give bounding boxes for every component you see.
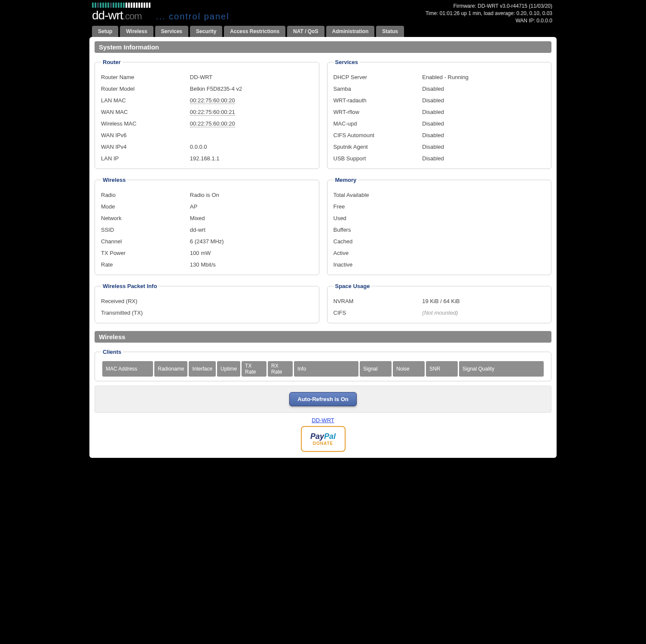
tab-administration[interactable]: Administration — [326, 26, 375, 37]
wireless-row: ModeAP — [101, 201, 313, 212]
services-row: CIFS AutomountDisabled — [334, 129, 545, 141]
logo-subtitle: ... control panel — [156, 12, 230, 21]
footer-bar: Auto-Refresh is On — [95, 386, 551, 413]
router-value: 192.168.1.1 — [190, 155, 313, 162]
clients-header-uptime[interactable]: Uptime — [217, 361, 240, 377]
clients-header-signal[interactable]: Signal — [360, 361, 392, 377]
clients-header-interface[interactable]: Interface — [189, 361, 216, 377]
wireless-row: RadioRadio is On — [101, 189, 313, 201]
router-row: Router NameDD-WRT — [101, 71, 313, 83]
tab-services[interactable]: Services — [155, 26, 188, 37]
memory-fieldset: MemoryTotal AvailableFreeUsedBuffersCach… — [327, 177, 552, 275]
wireless-key: Radio — [101, 192, 190, 198]
paypal-logo: PayPal — [310, 432, 336, 440]
packet-value — [190, 298, 313, 304]
memory-value — [422, 203, 545, 210]
tab-status[interactable]: Status — [376, 26, 404, 37]
wireless-row: Channel6 (2437 MHz) — [101, 236, 313, 247]
services-key: MAC-upd — [334, 120, 423, 127]
logo-ticks — [92, 3, 230, 8]
router-value: 00:22:75:60:00:21 — [190, 109, 313, 115]
main-tabs: SetupWirelessServicesSecurityAccess Rest… — [88, 26, 558, 37]
packet-fieldset: Wireless Packet InfoReceived (RX)Transmi… — [95, 283, 319, 323]
memory-key: Inactive — [334, 261, 423, 268]
time-line: Time: 01:01:26 up 1 min, load average: 0… — [426, 10, 552, 17]
packet-key: Received (RX) — [101, 298, 190, 304]
wireless-value: 6 (2437 MHz) — [190, 238, 313, 245]
tab-access-restrictions[interactable]: Access Restrictions — [224, 26, 285, 37]
router-key: Wireless MAC — [101, 120, 190, 127]
services-value: Enabled - Running — [422, 74, 545, 80]
memory-row: Inactive — [334, 259, 545, 270]
ddwrt-link[interactable]: DD-WRT — [312, 417, 334, 423]
packet-row: Received (RX) — [101, 295, 313, 307]
wireless-key: Mode — [101, 203, 190, 210]
tab-nat-qos[interactable]: NAT / QoS — [287, 26, 324, 37]
firmware-line: Firmware: DD-WRT v3.0-r44715 (11/03/20) — [426, 3, 552, 10]
router-key: LAN IP — [101, 155, 190, 162]
services-value: Disabled — [422, 132, 545, 138]
services-row: SambaDisabled — [334, 83, 545, 95]
logo-text: dd-wrt.com — [92, 9, 141, 22]
clients-header-info[interactable]: Info — [294, 361, 358, 377]
services-row: WRT-rflowDisabled — [334, 106, 545, 118]
wireless-key: Channel — [101, 238, 190, 245]
services-key: Sputnik Agent — [334, 144, 423, 150]
memory-row: Active — [334, 247, 545, 259]
services-fieldset: ServicesDHCP ServerEnabled - RunningSamb… — [327, 59, 552, 169]
router-key: WAN MAC — [101, 109, 190, 115]
router-row: WAN IPv6 — [101, 129, 313, 141]
clients-table: MAC AddressRadionameInterfaceUptimeTX Ra… — [101, 361, 545, 377]
tab-security[interactable]: Security — [190, 26, 222, 37]
router-key: Router Model — [101, 86, 190, 92]
wireless-value: dd-wrt — [190, 227, 313, 233]
router-key: WAN IPv4 — [101, 144, 190, 150]
router-value — [190, 132, 313, 138]
clients-header-noise[interactable]: Noise — [393, 361, 425, 377]
services-value: Disabled — [422, 144, 545, 150]
services-row: WRT-radauthDisabled — [334, 95, 545, 106]
clients-header-tx-rate[interactable]: TX Rate — [242, 361, 266, 377]
router-row: WAN IPv40.0.0.0 — [101, 141, 313, 153]
router-row: LAN IP192.168.1.1 — [101, 153, 313, 164]
wireless-section-title: Wireless — [95, 331, 551, 343]
router-key: Router Name — [101, 74, 190, 80]
clients-header-radioname[interactable]: Radioname — [154, 361, 187, 377]
wireless-fieldset: WirelessRadioRadio is OnModeAPNetworkMix… — [95, 177, 319, 275]
clients-fieldset: Clients MAC AddressRadionameInterfaceUpt… — [95, 349, 551, 381]
clients-header-snr[interactable]: SNR — [426, 361, 458, 377]
packet-legend: Wireless Packet Info — [101, 283, 159, 289]
services-key: USB Support — [334, 155, 423, 162]
wireless-row: SSIDdd-wrt — [101, 224, 313, 236]
services-value: Disabled — [422, 97, 545, 104]
services-key: WRT-radauth — [334, 97, 423, 104]
router-row: Router ModelBelkin F5D8235-4 v2 — [101, 83, 313, 95]
wireless-key: Network — [101, 215, 190, 221]
tab-wireless[interactable]: Wireless — [120, 26, 153, 37]
clients-header-mac-address[interactable]: MAC Address — [102, 361, 153, 377]
system-info-title: System Information — [95, 41, 551, 53]
tab-setup[interactable]: Setup — [92, 26, 118, 37]
packet-key: Transmitted (TX) — [101, 310, 190, 316]
wireless-key: Rate — [101, 261, 190, 268]
clients-header-signal-quality[interactable]: Signal Quality — [459, 361, 544, 377]
memory-value — [422, 261, 545, 268]
clients-header-rx-rate[interactable]: RX Rate — [268, 361, 293, 377]
router-value: Belkin F5D8235-4 v2 — [190, 86, 313, 92]
services-row: Sputnik AgentDisabled — [334, 141, 545, 153]
packet-row: Transmitted (TX) — [101, 307, 313, 319]
wireless-key: TX Power — [101, 250, 190, 256]
wireless-value: Radio is On — [190, 192, 313, 198]
memory-key: Total Available — [334, 192, 423, 198]
wan-ip-line: WAN IP: 0.0.0.0 — [426, 17, 552, 25]
wireless-row: NetworkMixed — [101, 212, 313, 224]
space-key: CIFS — [334, 310, 423, 316]
wireless-legend: Wireless — [101, 177, 127, 183]
memory-key: Used — [334, 215, 423, 221]
auto-refresh-button[interactable]: Auto-Refresh is On — [289, 392, 356, 406]
donate-button[interactable]: PayPal DONATE — [301, 426, 346, 452]
space-row: NVRAM19 KiB / 64 KiB — [334, 295, 545, 307]
memory-row: Used — [334, 212, 545, 224]
router-row: LAN MAC00:22:75:60:00:20 — [101, 95, 313, 106]
memory-value — [422, 238, 545, 245]
